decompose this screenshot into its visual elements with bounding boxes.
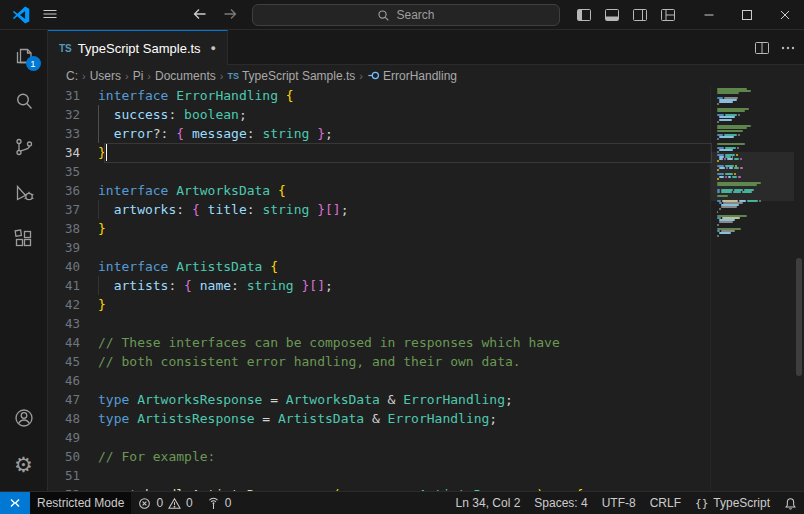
- modified-dot-icon[interactable]: ●: [211, 43, 216, 53]
- language-mode[interactable]: {} TypeScript: [688, 492, 777, 514]
- line-number[interactable]: 37: [48, 200, 98, 219]
- breadcrumb-documents[interactable]: Documents: [155, 69, 216, 83]
- line-number[interactable]: 49: [48, 428, 98, 447]
- code-lines: 31interface ErrorHandling {32 success: b…: [48, 86, 804, 491]
- line-number[interactable]: 39: [48, 238, 98, 257]
- chevron-right-icon: ›: [146, 70, 152, 82]
- line-number[interactable]: 31: [48, 86, 98, 105]
- ports-indicator[interactable]: 0: [200, 492, 239, 514]
- code-line[interactable]: 40interface ArtistsData {: [48, 257, 804, 276]
- minimap[interactable]: [710, 86, 794, 491]
- line-number[interactable]: 40: [48, 257, 98, 276]
- code-line[interactable]: 44// These interfaces can be composed in…: [48, 333, 804, 352]
- more-actions-icon[interactable]: [780, 40, 796, 56]
- line-number[interactable]: 36: [48, 181, 98, 200]
- error-count: 0: [156, 496, 163, 510]
- line-number[interactable]: 32: [48, 105, 98, 124]
- eol-sequence[interactable]: CRLF: [643, 492, 688, 514]
- code-line[interactable]: 47type ArtworksResponse = ArtworksData &…: [48, 390, 804, 409]
- breadcrumb-pi[interactable]: Pi: [133, 69, 144, 83]
- breadcrumb-users[interactable]: Users: [90, 69, 121, 83]
- window-controls: [690, 0, 804, 30]
- nav-back-icon[interactable]: [192, 6, 208, 22]
- remote-indicator[interactable]: [0, 492, 30, 514]
- indent-guide: [98, 105, 99, 124]
- code-line[interactable]: 39: [48, 238, 804, 257]
- restricted-mode-badge[interactable]: Restricted Mode: [30, 492, 131, 514]
- search-view-icon[interactable]: [0, 78, 48, 124]
- code-line[interactable]: 51: [48, 466, 804, 485]
- run-debug-icon[interactable]: [0, 170, 48, 216]
- toggle-panel-icon[interactable]: [600, 3, 624, 27]
- customize-layout-icon[interactable]: [656, 3, 680, 27]
- minimize-button[interactable]: [690, 0, 728, 30]
- problems-indicator[interactable]: 0 0: [131, 492, 199, 514]
- cursor-position[interactable]: Ln 34, Col 2: [449, 492, 528, 514]
- line-number[interactable]: 44: [48, 333, 98, 352]
- radio-tower-icon: [207, 497, 220, 510]
- scrollbar-thumb[interactable]: [796, 258, 802, 376]
- minimap-content: [717, 88, 792, 241]
- toggle-primary-sidebar-icon[interactable]: [572, 3, 596, 27]
- line-number[interactable]: 48: [48, 409, 98, 428]
- breadcrumb-symbol[interactable]: ErrorHandling: [367, 69, 457, 83]
- settings-gear-icon[interactable]: ⚙: [0, 441, 48, 487]
- vertical-scrollbar[interactable]: [794, 86, 804, 491]
- code-line[interactable]: 49: [48, 428, 804, 447]
- line-content: error?: { message: string };: [98, 124, 333, 143]
- line-content: }: [98, 143, 106, 162]
- explorer-icon[interactable]: 1: [0, 32, 48, 78]
- nav-forward-icon[interactable]: [222, 6, 238, 22]
- indentation[interactable]: Spaces: 4: [527, 492, 594, 514]
- close-button[interactable]: [766, 0, 804, 30]
- notifications-bell[interactable]: [777, 492, 804, 514]
- code-line[interactable]: 37 artworks: { title: string }[];: [48, 200, 804, 219]
- code-line[interactable]: 38}: [48, 219, 804, 238]
- line-number[interactable]: 41: [48, 276, 98, 295]
- symbol-interface-icon: [367, 69, 380, 82]
- line-number[interactable]: 46: [48, 371, 98, 390]
- line-content: }: [98, 295, 106, 314]
- search-input[interactable]: Search: [252, 4, 560, 26]
- line-content: type ArtworksResponse = ArtworksData & E…: [98, 390, 513, 409]
- code-line[interactable]: 45// both consistent error handling, and…: [48, 352, 804, 371]
- ports-count: 0: [225, 496, 232, 510]
- code-line[interactable]: 31interface ErrorHandling {: [48, 86, 804, 105]
- code-line[interactable]: 41 artists: { name: string }[];: [48, 276, 804, 295]
- code-line[interactable]: 50// For example:: [48, 447, 804, 466]
- menu-hamburger-icon[interactable]: [42, 6, 58, 22]
- source-control-icon[interactable]: [0, 124, 48, 170]
- vscode-window: Search: [0, 0, 804, 514]
- line-number[interactable]: 35: [48, 162, 98, 181]
- tab-typescript-sample[interactable]: TS TypeScript Sample.ts ●: [48, 30, 228, 65]
- line-number[interactable]: 34: [48, 143, 98, 162]
- code-line[interactable]: 34}: [48, 143, 804, 162]
- line-number[interactable]: 33: [48, 124, 98, 143]
- line-content: interface ArtworksData {: [98, 181, 286, 200]
- code-line[interactable]: 35: [48, 162, 804, 181]
- line-number[interactable]: 47: [48, 390, 98, 409]
- code-line[interactable]: 36interface ArtworksData {: [48, 181, 804, 200]
- maximize-button[interactable]: [728, 0, 766, 30]
- extensions-icon[interactable]: [0, 216, 48, 262]
- code-line[interactable]: 43: [48, 314, 804, 333]
- code-line[interactable]: 33 error?: { message: string };: [48, 124, 804, 143]
- code-line[interactable]: 32 success: boolean;: [48, 105, 804, 124]
- code-line[interactable]: 42}: [48, 295, 804, 314]
- code-line[interactable]: 48type ArtistsResponse = ArtistsData & E…: [48, 409, 804, 428]
- line-number[interactable]: 43: [48, 314, 98, 333]
- account-icon[interactable]: [0, 395, 48, 441]
- encoding[interactable]: UTF-8: [595, 492, 643, 514]
- line-number[interactable]: 38: [48, 219, 98, 238]
- split-editor-icon[interactable]: [754, 40, 770, 56]
- line-number[interactable]: 50: [48, 447, 98, 466]
- code-editor[interactable]: 31interface ErrorHandling {32 success: b…: [48, 86, 804, 491]
- code-line[interactable]: 46: [48, 371, 804, 390]
- line-number[interactable]: 45: [48, 352, 98, 371]
- breadcrumb-drive[interactable]: C:: [66, 69, 78, 83]
- line-number[interactable]: 42: [48, 295, 98, 314]
- toggle-secondary-sidebar-icon[interactable]: [628, 3, 652, 27]
- text-cursor: [106, 144, 108, 161]
- line-number[interactable]: 51: [48, 466, 98, 485]
- breadcrumb-file[interactable]: TS TypeScript Sample.ts: [227, 69, 355, 83]
